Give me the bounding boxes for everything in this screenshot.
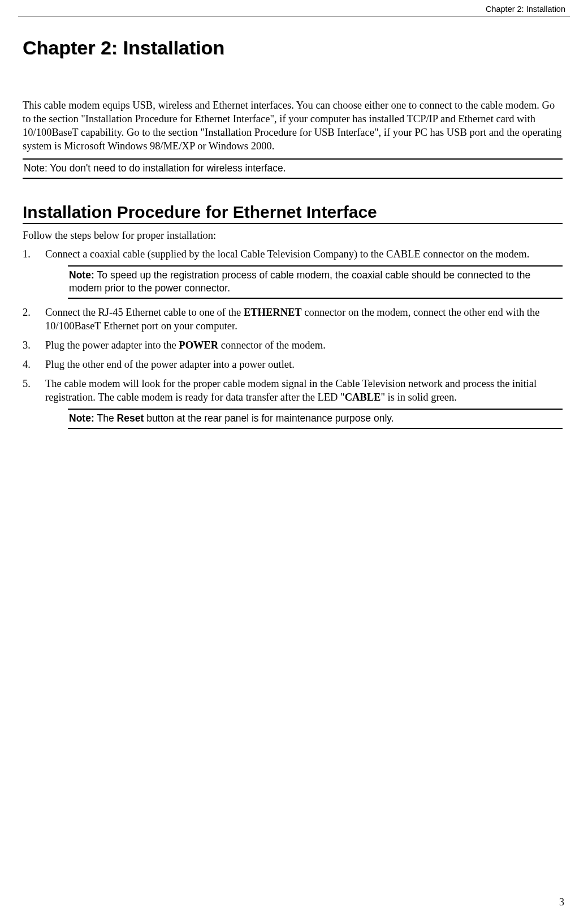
step-text: Plug the power adapter into the (45, 340, 179, 351)
step-text: Connect a coaxial cable (supplied by the… (45, 248, 529, 260)
step-3: Plug the power adapter into the POWER co… (23, 338, 563, 352)
note-wireless: Note: You don't need to do installation … (23, 158, 563, 179)
intro-paragraph: This cable modem equips USB, wireless an… (23, 98, 563, 153)
note-reset: Note: The Reset button at the rear panel… (68, 409, 563, 429)
note-suffix: button at the rear panel is for maintena… (144, 413, 394, 424)
page-header: Chapter 2: Installation (18, 0, 570, 16)
follow-text: Follow the steps below for proper instal… (23, 230, 563, 242)
header-text: Chapter 2: Installation (486, 5, 565, 14)
note-text: Note: You don't need to do installation … (24, 162, 286, 174)
note-text: To speed up the registration process of … (69, 269, 530, 294)
page-content: Chapter 2: Installation This cable modem… (0, 37, 588, 429)
step-text: Connect the RJ-45 Ethernet cable to one … (45, 307, 244, 318)
note-label: Note: (69, 269, 97, 281)
step-text: The cable modem will look for the proper… (45, 378, 537, 403)
step-1: Connect a coaxial cable (supplied by the… (23, 247, 563, 299)
note-prefix: The (97, 413, 117, 424)
note-coaxial: Note: To speed up the registration proce… (68, 265, 563, 299)
section-title: Installation Procedure for Ethernet Inte… (23, 203, 563, 224)
cable-bold: CABLE (345, 392, 381, 403)
reset-bold: Reset (117, 413, 144, 424)
page-number: 3 (559, 896, 564, 908)
steps-list: Connect a coaxial cable (supplied by the… (23, 247, 563, 429)
note-label: Note: (69, 413, 97, 424)
step-5: The cable modem will look for the proper… (23, 377, 563, 429)
chapter-title: Chapter 2: Installation (23, 37, 563, 59)
ethernet-bold: ETHERNET (244, 307, 302, 318)
step-2: Connect the RJ-45 Ethernet cable to one … (23, 306, 563, 333)
step-text: Plug the other end of the power adapter … (45, 359, 295, 370)
step-4: Plug the other end of the power adapter … (23, 358, 563, 371)
power-bold: POWER (179, 340, 218, 351)
step-text: connector of the modem. (218, 340, 326, 351)
step-text: " is in solid green. (381, 392, 456, 403)
